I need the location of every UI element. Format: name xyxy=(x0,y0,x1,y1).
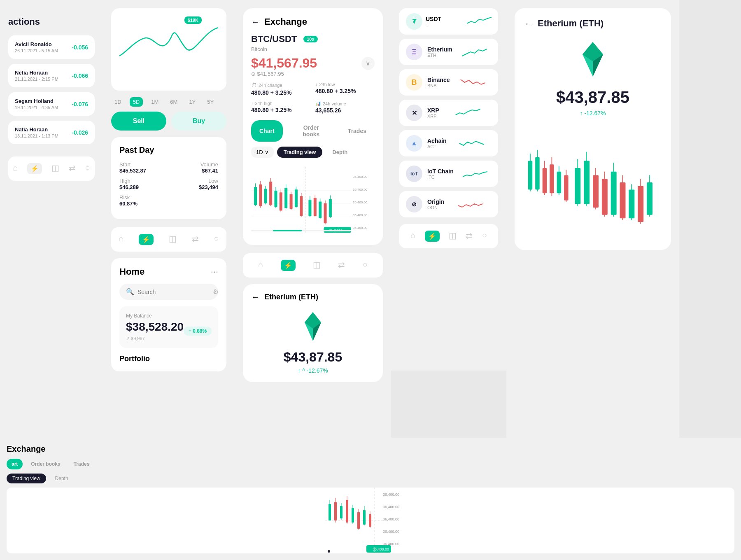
filter-5d[interactable]: 5D xyxy=(130,97,143,107)
exchange-title: Exchange xyxy=(264,16,307,27)
usdt-icon: ₮ xyxy=(406,13,422,30)
nav-home-4[interactable]: ⌂ xyxy=(410,231,415,242)
nav-lightning-4[interactable]: ⚡ xyxy=(425,231,440,242)
transaction-name-4: Natia Horaan xyxy=(15,126,58,133)
act-list-item[interactable]: ▲ Achain ACT xyxy=(399,130,498,156)
balance-label: My Balance xyxy=(126,313,212,319)
exchange-partial-title: Exchange xyxy=(7,444,734,454)
view-trading-partial[interactable]: Trading view xyxy=(7,474,46,483)
tab-chart-partial[interactable]: art xyxy=(7,459,23,469)
balance-sub: ↗ $9,987 xyxy=(126,336,184,341)
filter-1d[interactable]: 1D xyxy=(111,97,125,107)
filter-6m[interactable]: 6M xyxy=(167,97,181,107)
nav-exchange-4[interactable]: ⇄ xyxy=(466,231,473,242)
volume-24h-value: 43,655.26 xyxy=(315,107,375,114)
svg-text:36,400.00: 36,400.00 xyxy=(373,547,389,551)
nav-exchange-2[interactable]: ⇄ xyxy=(192,234,199,245)
eth-detail-back-btn[interactable]: ← xyxy=(524,19,533,28)
transaction-item-1[interactable]: Avicii Ronaldo 26.11.2021 - 5:15 AM -0.0… xyxy=(8,35,95,59)
transaction-item-2[interactable]: Netia Horaan 21.11.2021 - 2:15 PM -0.066 xyxy=(8,64,95,87)
leverage-badge: 10x xyxy=(303,36,317,42)
nav-home-2[interactable]: ⌂ xyxy=(119,234,124,245)
ogn-list-symbol: OGN xyxy=(427,205,444,210)
tab-trades-partial[interactable]: Trades xyxy=(69,459,95,469)
high-24h-label: ↑ 24h high xyxy=(251,101,310,106)
bnb-list-item[interactable]: B Binance BNB xyxy=(399,69,498,96)
high-24h-value: 480.80 + 3.25% xyxy=(251,107,310,113)
search-bar[interactable]: 🔍 ⚙ xyxy=(119,284,218,300)
stats-grid: ⏱ 24h change 480.80 + 3.25% ↓ 24h low 48… xyxy=(251,82,375,114)
nav-exchange-icon[interactable]: ⇄ xyxy=(69,163,76,174)
bottom-nav-right: ⌂ ⚡ ◫ ⇄ ○ xyxy=(399,224,498,248)
exchange-back-button[interactable]: ← xyxy=(251,17,259,27)
bnb-sparkline xyxy=(454,76,492,89)
eth-back-btn[interactable]: ← xyxy=(251,292,259,302)
transaction-name-1: Avicii Ronaldo xyxy=(15,41,58,47)
exchange-tab-bar: Chart Order books Trades xyxy=(251,120,375,142)
main-chart-card: $19K xyxy=(111,8,226,91)
nav-exchange-3[interactable]: ⇄ xyxy=(338,260,345,271)
nav-home-3[interactable]: ⌂ xyxy=(258,260,263,271)
svg-rect-68 xyxy=(273,230,302,231)
transaction-item-3[interactable]: Segam Holland 19.11.2021 - 4:35 AM -0.07… xyxy=(8,92,95,116)
usdt-sparkline xyxy=(467,15,492,28)
bnb-list-icon: B xyxy=(406,74,422,91)
depth-view-btn[interactable]: Depth xyxy=(326,147,354,158)
period-selector[interactable]: 1D ∨ xyxy=(251,147,274,158)
xrp-list-symbol: XRP xyxy=(427,114,439,119)
search-input[interactable] xyxy=(137,289,210,295)
transaction-item-4[interactable]: Natia Horaan 13.11.2021 - 1:13 PM -0.026 xyxy=(8,121,95,144)
svg-text:36,400.00: 36,400.00 xyxy=(353,213,368,217)
eth-detail-chart-svg xyxy=(524,125,661,240)
filter-1y[interactable]: 1Y xyxy=(186,97,199,107)
filter-icon[interactable]: ⚙ xyxy=(213,288,219,296)
itc-list-item[interactable]: IoT IoT Chain ITC xyxy=(399,161,498,187)
tab-orderbooks-partial[interactable]: Order books xyxy=(26,459,65,469)
nav-lightning-icon[interactable]: ⚡ xyxy=(27,163,42,174)
nav-profile-3[interactable]: ○ xyxy=(363,260,368,271)
search-icon: 🔍 xyxy=(126,288,134,296)
nav-lightning-3[interactable]: ⚡ xyxy=(281,260,296,271)
sell-button[interactable]: Sell xyxy=(111,112,166,131)
trading-view-btn[interactable]: Trading view xyxy=(277,147,323,158)
balance-section: My Balance $38,528.20 ↗ $9,987 ↑ 0.88% xyxy=(119,306,218,348)
transaction-date-3: 19.11.2021 - 4:35 AM xyxy=(15,105,58,110)
eth-diamond-center xyxy=(296,310,329,343)
eth-list-item[interactable]: Ξ Etherium ETH xyxy=(399,39,498,65)
tab-chart-btn[interactable]: Chart xyxy=(251,120,283,142)
ogn-list-item[interactable]: ⊘ Origin OGN xyxy=(399,191,498,217)
tab-orderbooks-btn[interactable]: Order books xyxy=(286,120,336,142)
eth-candlestick-chart xyxy=(524,125,661,240)
usdt-item[interactable]: ₮ USDT ... xyxy=(399,8,498,35)
eth-sparkline xyxy=(457,46,492,58)
view-depth-partial[interactable]: Depth xyxy=(49,474,74,483)
tab-trades-btn[interactable]: Trades xyxy=(340,120,375,142)
nav-home-icon[interactable]: ⌂ xyxy=(13,163,18,174)
nav-profile-icon[interactable]: ○ xyxy=(85,163,90,174)
volume-24h-label: 📊 24h volume xyxy=(315,101,375,106)
nav-lightning-2[interactable]: ⚡ xyxy=(139,234,154,245)
bnb-list-name: Binance xyxy=(427,77,450,83)
act-sparkline xyxy=(452,137,492,149)
start-label: Start xyxy=(119,161,146,168)
nav-profile-4[interactable]: ○ xyxy=(482,231,487,242)
low-label: Low xyxy=(199,178,218,184)
nav-wallet-4[interactable]: ◫ xyxy=(449,231,457,242)
filter-5y[interactable]: 5Y xyxy=(204,97,217,107)
past-day-title: Past Day xyxy=(119,145,218,155)
home-menu-dots[interactable]: ··· xyxy=(211,266,218,277)
low-24h-value: 480.80 + 3.25% xyxy=(315,88,375,94)
past-day-card: Past Day Start $45,532.87 Volume $67.41 … xyxy=(111,137,226,219)
dropdown-button[interactable]: ∨ xyxy=(361,57,375,70)
xrp-list-item[interactable]: ✕ XRP XRP xyxy=(399,100,498,126)
nav-profile-2[interactable]: ○ xyxy=(214,234,219,245)
filter-1m[interactable]: 1M xyxy=(148,97,162,107)
nav-wallet-3[interactable]: ◫ xyxy=(313,260,321,271)
time-filter-bar: 1D 5D 1M 6M 1Y 5Y xyxy=(111,97,226,107)
ogn-sparkline xyxy=(449,198,492,210)
start-value: $45,532.87 xyxy=(119,168,146,174)
buy-button[interactable]: Buy xyxy=(171,112,226,131)
svg-text:36,400.00: 36,400.00 xyxy=(383,517,399,521)
nav-wallet-icon[interactable]: ◫ xyxy=(51,163,59,174)
nav-wallet-2[interactable]: ◫ xyxy=(169,234,177,245)
